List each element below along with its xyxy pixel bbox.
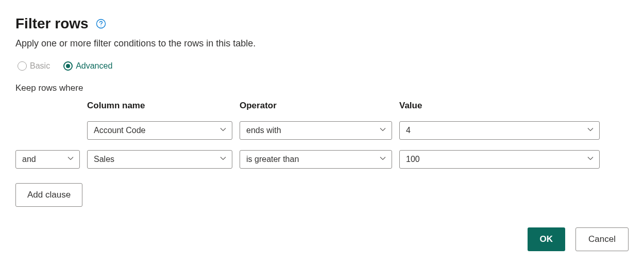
filter-grid: Column name Operator Value Account Code … (15, 101, 629, 169)
column-select[interactable]: Sales (87, 150, 232, 169)
value-select[interactable]: 4 (399, 121, 600, 140)
chevron-down-icon (67, 155, 74, 164)
cancel-button[interactable]: Cancel (575, 227, 629, 251)
radio-basic-label: Basic (30, 61, 50, 71)
chevron-down-icon (379, 155, 386, 164)
operator-select[interactable]: ends with (240, 121, 392, 140)
operator-select[interactable]: is greater than (240, 150, 392, 169)
conjunction-select-value: and (22, 155, 36, 164)
column-select[interactable]: Account Code (87, 121, 232, 140)
mode-radio-group: Basic Advanced (18, 61, 629, 71)
ok-button[interactable]: OK (528, 227, 566, 251)
chevron-down-icon (379, 126, 386, 135)
radio-unselected-icon (18, 61, 27, 71)
chevron-down-icon (219, 155, 227, 164)
page-subtitle: Apply one or more filter conditions to t… (15, 38, 629, 49)
dialog-footer: OK Cancel (15, 227, 629, 251)
col-header-operator: Operator (240, 101, 392, 111)
value-select-value: 4 (406, 126, 411, 135)
value-select[interactable]: 100 (399, 150, 600, 169)
svg-point-1 (100, 26, 101, 26)
radio-advanced-label: Advanced (76, 61, 112, 71)
chevron-down-icon (219, 126, 227, 135)
page-title: Filter rows (15, 15, 89, 32)
radio-selected-icon (63, 61, 73, 71)
col-header-value: Value (399, 101, 600, 111)
operator-select-value: ends with (246, 126, 281, 135)
keep-rows-label: Keep rows where (15, 83, 629, 93)
radio-basic[interactable]: Basic (18, 61, 50, 71)
operator-select-value: is greater than (246, 155, 299, 164)
radio-advanced[interactable]: Advanced (63, 61, 112, 71)
help-icon[interactable] (96, 19, 106, 29)
conjunction-select[interactable]: and (15, 150, 80, 169)
chevron-down-icon (587, 126, 594, 135)
column-select-value: Sales (94, 155, 114, 164)
value-select-value: 100 (406, 155, 420, 164)
chevron-down-icon (587, 155, 594, 164)
col-header-column-name: Column name (87, 101, 232, 111)
add-clause-button[interactable]: Add clause (15, 183, 82, 207)
column-select-value: Account Code (94, 126, 146, 135)
